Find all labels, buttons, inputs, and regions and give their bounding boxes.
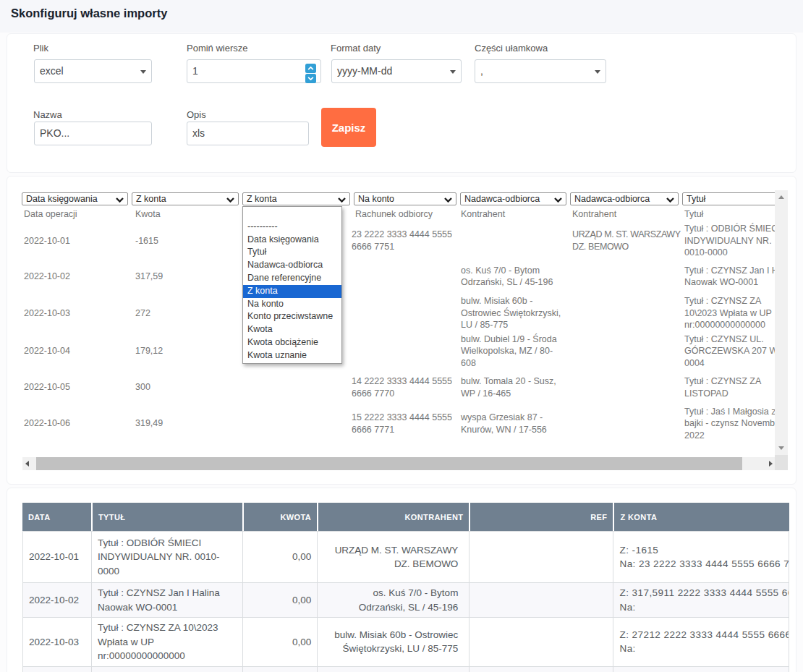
table-row: 2022-10-04 Tytuł : CZYNSZ UL. GÓRCZEWSKA… [22,667,789,672]
dropdown-option[interactable]: Tytuł [243,246,341,259]
dropdown-option[interactable]: Kwota uznanie [243,349,341,362]
dropdown-option[interactable] [243,208,341,221]
spinner-up-icon[interactable] [305,64,316,73]
dropdown-option[interactable]: Kwota [243,323,341,336]
grid-row: 2022-10-03 272 bulw. Misiak 60b - Ostrow… [7,294,776,333]
cell-kwota: 0,00 [242,667,317,672]
cell-kontrahent: URZĄD M. ST. WARSZAWY DZ. BEMOWO [317,531,469,583]
grid-header-4: Rachunek odbiorcy [355,209,433,219]
scroll-left-icon[interactable] [25,461,29,467]
cell-kwota: -1615 [135,235,245,247]
col-select-2[interactable]: Z konta [132,192,239,205]
grid-row: 2022-10-02 317,59 os. Kuś 7/0 - Bytom Od… [7,259,776,294]
cell-kontrahent: os. Kuś 7/0 - Bytom Odrzański, SL / 45-1… [317,583,469,618]
cell-rachunek: 14 2222 3333 4444 5555 6666 7770 [352,375,461,399]
cell-kontrahent2: URZĄD M. ST. WARSZAWY DZ. BEMOWO [572,229,684,252]
dropdown-option-selected[interactable]: Z konta [243,285,341,298]
grid-header-5: Kontrahent [461,209,505,219]
column-mapping-dropdown: ---------- Data księgowania Tytuł Nadawc… [242,206,342,364]
grid-row: 2022-10-01 -1615 23 2222 3333 4444 5555 … [7,223,776,259]
horizontal-scrollbar-thumb[interactable] [36,457,742,470]
chevron-down-icon [595,70,600,74]
nazwa-input[interactable]: PKO... [34,122,152,145]
cell-kontrahent: bulw. Dubiel 1/9 - Środa Wielkopolska, M… [317,667,469,672]
scroll-down-icon[interactable] [778,446,784,450]
table-row: 2022-10-01 Tytuł : ODBIÓR ŚMIECI INDYWID… [22,531,789,583]
grid-header-1: Data operacji [24,209,77,219]
cell-kwota: 319,49 [135,417,245,430]
chevron-down-icon [140,70,146,74]
format-select[interactable]: yyyy-MM-dd [331,59,462,83]
grid-row: 2022-10-06 319,49 15 2222 3333 4444 5555… [7,405,776,443]
cell-kwota: 0,00 [242,618,317,667]
number-spinner[interactable] [305,64,316,83]
preview-table: DATA TYTUŁ KWOTA KONTRAHENT REF Z KONTA … [22,503,789,672]
scroll-right-icon[interactable] [769,461,773,467]
cell-data: 2022-10-03 [22,618,91,667]
cell-kwota: 272 [135,307,245,320]
grid-row: 2022-10-04 179,12 bulw. Dubiel 1/9 - Śro… [7,333,776,370]
dropdown-option[interactable]: Dane referencyjne [243,272,341,285]
pomin-input[interactable]: 1 [187,59,321,83]
page-title: Skonfiguruj własne importy [11,7,167,20]
cell-data: 2022-10-01 [22,531,91,583]
col-select-5[interactable]: Nadawca-odbiorca [460,192,566,205]
plik-label: Plik [33,43,48,54]
col-select-6[interactable]: Nadawca-odbiorca [570,192,679,205]
dropdown-option[interactable]: ---------- [243,221,341,234]
dropdown-option[interactable]: Konto przeciwstawne [243,310,341,323]
col-select-7[interactable]: Tytuł [682,192,776,205]
dropdown-option[interactable]: Na konto [243,298,341,311]
cell-tytul: Tytuł : Jaś I Małgosia z bajki - czynsz … [684,406,776,442]
cell-zkonta: Z: -1615 Na: 23 2222 3333 4444 5555 6666… [613,531,789,583]
dropdown-option[interactable]: Data księgowania [243,234,341,247]
save-button[interactable]: Zapisz [321,108,376,147]
nazwa-label: Nazwa [33,109,62,120]
grid-header-2: Kwota [135,209,161,219]
cell-tytul: Tytuł : ODBIÓR ŚMIECI INDYWIDUALNY NR. 0… [684,223,776,259]
cell-data: 2022-10-03 [24,307,135,320]
cell-ref [469,583,613,618]
cell-kontrahent1: bulw. Dubiel 1/9 - Środa Wielkopolska, M… [461,333,572,370]
spinner-down-icon[interactable] [305,74,316,83]
cell-kwota: 300 [135,381,245,394]
cell-data: 2022-10-04 [24,345,135,357]
cell-tytul: Tytuł : ODBIÓR ŚMIECI INDYWIDUALNY NR. 0… [91,531,242,583]
cell-data: 2022-10-02 [24,271,135,283]
scroll-up-icon[interactable] [778,195,784,199]
dropdown-option[interactable]: Kwota obciążenie [243,336,341,349]
cell-zkonta: Z: 317,5911 2222 3333 4444 5555 6666 776… [613,583,789,618]
col-select-4[interactable]: Na konto [354,192,456,205]
col-header-kontrahent: KONTRAHENT [317,503,469,531]
cell-kontrahent1: wyspa Grzesiak 87 - Knurów, WN / 17-556 [461,412,572,435]
cell-kwota: 0,00 [242,531,317,583]
cell-rachunek: 15 2222 3333 4444 5555 6666 7771 [352,412,461,435]
dropdown-option[interactable]: Nadawca-odbiorca [243,259,341,272]
mapping-grid-card: Data księgowania Z konta Z konta Na kont… [7,176,796,485]
opis-input[interactable]: xls [187,122,309,145]
grid-header-6: Kontrahent [572,209,616,219]
chevron-down-icon [450,70,456,74]
col-header-kwota: KWOTA [242,503,317,531]
cell-data: 2022-10-04 [22,667,91,672]
col-header-tytul: TYTUŁ [91,503,242,531]
cell-kwota: 317,59 [135,271,245,283]
col-header-zkonta: Z KONTA [613,503,789,531]
czesci-select[interactable]: , [475,59,606,83]
vertical-scrollbar[interactable] [775,190,788,455]
horizontal-scrollbar[interactable] [22,457,776,470]
grid-row: 2022-10-05 300 14 2222 3333 4444 5555 66… [7,370,776,405]
col-select-3[interactable]: Z konta [242,192,350,205]
cell-data: 2022-10-01 [24,235,135,247]
cell-data: 2022-10-06 [24,417,135,430]
cell-ref [469,618,613,667]
cell-kontrahent: bulw. Misiak 60b - Ostrowiec Świętokrzys… [317,618,469,667]
pomin-label: Pomiń wiersze [187,43,248,54]
col-select-1[interactable]: Data księgowania [22,192,128,205]
grid-viewport: Data księgowania Z konta Z konta Na kont… [7,176,776,457]
table-row: 2022-10-03 Tytuł : CZYNSZ ZA 10\2023 Wpł… [22,618,789,667]
grid-rows: 2022-10-01 -1615 23 2222 3333 4444 5555 … [7,223,776,443]
format-label: Format daty [331,43,381,54]
scrollbar-corner [775,455,788,470]
plik-select[interactable]: excel [34,59,152,83]
